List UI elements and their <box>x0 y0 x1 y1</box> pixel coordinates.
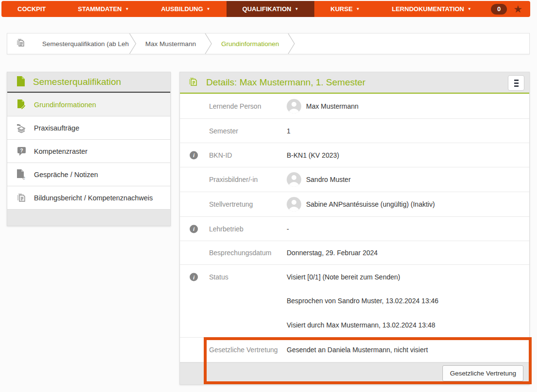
chevron-down-icon: ▼ <box>468 7 472 11</box>
kebab-menu-icon <box>514 80 519 81</box>
nav-item-label: QUALIFIKATION <box>243 5 292 13</box>
detail-row-praxisbildner: Praxisbildner/-in Sandro Muster <box>180 167 529 192</box>
detail-row-semester: Semester 1 <box>180 119 529 143</box>
top-navigation-bar: COCKPIT STAMMDATEN ▼ AUSBILDUNG ▼ QUALIF… <box>1 1 530 17</box>
sidebar-item-bildungsbericht[interactable]: Bildungsbericht / Kompetenznachweis <box>7 186 170 209</box>
status-line: Besprochen von Sandro Muster, 13.02.2024… <box>287 289 439 313</box>
status-line: Visiert durch Max Mustermann, 13.02.2024… <box>287 313 439 337</box>
star-icon[interactable]: ★ <box>513 4 522 14</box>
sidebar-item-label: Praxisaufträge <box>34 124 80 132</box>
detail-row-bkn-id: i BKN-ID B-KN1 (KV 2023) <box>180 143 529 167</box>
detail-row-stellvertretung: Stellvertretung Sabine ANPsantésuisse (u… <box>180 192 529 217</box>
nav-item-label: COCKPIT <box>17 5 46 13</box>
row-value: Donnerstag, 29. Februar 2024 <box>287 249 378 257</box>
row-label: Stellvertretung <box>180 200 287 208</box>
row-label: Lernende Person <box>180 102 287 110</box>
breadcrumb: Semesterqualifikation (ab Leh Max Muster… <box>7 33 530 54</box>
nav-item-label: STAMMDATEN <box>78 5 122 13</box>
sidebar-item-praxisauftraege[interactable]: Praxisaufträge <box>7 116 170 139</box>
nav-item-cockpit[interactable]: COCKPIT <box>1 1 62 17</box>
nav-item-label: KURSE <box>330 5 353 13</box>
sidebar-semesterqualifikation: Semesterqualifikation Grundinformationen… <box>7 72 171 226</box>
gesetzliche-vertretung-button[interactable]: Gesetzliche Vertretung <box>442 365 523 381</box>
pages-icon <box>16 193 27 203</box>
status-line: Visiert [0/1] (Note bereit zum Senden) <box>287 265 439 289</box>
row-value: 1 <box>287 127 291 135</box>
details-footer: Gesetzliche Vertretung <box>180 362 529 384</box>
info-icon[interactable]: i <box>190 151 198 159</box>
chevron-down-icon: ▼ <box>125 7 129 11</box>
more-options-button[interactable] <box>508 75 524 91</box>
nav-item-lerndokumentation[interactable]: LERNDOKUMENTATION ▼ <box>376 1 488 17</box>
pages-icon <box>16 38 26 49</box>
svg-text:e: e <box>22 175 25 180</box>
detail-row-besprechungsdatum: Besprechungsdatum Donnerstag, 29. Februa… <box>180 241 529 265</box>
details-panel: Details: Max Mustermann, 1. Semester Ler… <box>179 72 530 385</box>
nav-right-cluster: 0 ★ <box>491 1 530 17</box>
row-label: Semester <box>180 127 287 135</box>
sidebar-item-label: Gespräche / Notizen <box>34 171 98 179</box>
sidebar-footer <box>7 209 170 226</box>
detail-row-status: i Status Visiert [0/1] (Note bereit zum … <box>180 265 529 338</box>
row-value: Sabine ANPsantésuisse (ungültig) (Inakti… <box>306 200 435 208</box>
nav-item-label: AUSBILDUNG <box>161 5 203 13</box>
notification-badge[interactable]: 0 <box>491 4 507 15</box>
row-value: Max Mustermann <box>306 102 358 110</box>
svg-text:?: ? <box>20 147 23 153</box>
row-value: Gesendet an Daniela Mustermann, nicht vi… <box>287 346 428 354</box>
details-header: Details: Max Mustermann, 1. Semester <box>180 72 529 94</box>
breadcrumb-item-grundinformationen[interactable]: Grundinformationen <box>212 40 288 48</box>
detail-row-lehrbetrieb: i Lehrbetrieb - <box>180 217 529 241</box>
nav-item-ausbildung[interactable]: AUSBILDUNG ▼ <box>145 1 227 17</box>
pages-icon <box>188 77 198 89</box>
sidebar-item-grundinformationen[interactable]: Grundinformationen <box>7 93 170 116</box>
question-bubble-icon: ? <box>16 147 27 156</box>
sidebar-item-kompetenzraster[interactable]: ? Kompetenzraster <box>7 139 170 163</box>
nav-item-label: LERNDOKUMENTATION <box>392 5 464 13</box>
breadcrumb-separator-icon <box>205 33 212 54</box>
file-edit-icon <box>16 99 27 110</box>
nav-item-stammdaten[interactable]: STAMMDATEN ▼ <box>62 1 145 17</box>
sidebar-item-gespraeche-notizen[interactable]: e Gespräche / Notizen <box>7 163 170 186</box>
sidebar-header: Semesterqualifikation <box>7 72 170 93</box>
hand-layers-icon <box>16 123 27 133</box>
chevron-down-icon: ▼ <box>356 7 360 11</box>
chevron-down-icon: ▼ <box>294 7 298 11</box>
row-label: Praxisbildner/-in <box>180 176 287 183</box>
breadcrumb-item-max-mustermann[interactable]: Max Mustermann <box>137 40 205 48</box>
sidebar-item-label: Grundinformationen <box>34 101 96 109</box>
avatar <box>287 99 301 114</box>
chevron-down-icon: ▼ <box>207 7 211 11</box>
info-icon[interactable]: i <box>190 273 198 281</box>
sidebar-title: Semesterqualifikation <box>33 77 121 87</box>
file-note-icon: e <box>16 169 27 180</box>
breadcrumb-separator-icon <box>129 33 137 54</box>
row-label: Besprechungsdatum <box>180 249 287 257</box>
breadcrumb-item-semesterqualifikation[interactable]: Semesterqualifikation (ab Leh <box>33 40 129 48</box>
file-icon <box>16 76 25 88</box>
row-label: Gesetzliche Vertretung <box>180 346 287 354</box>
avatar <box>287 197 301 212</box>
avatar <box>287 172 301 187</box>
detail-row-lernende-person: Lernende Person Max Mustermann <box>180 94 529 119</box>
sidebar-item-label: Bildungsbericht / Kompetenznachweis <box>34 194 153 202</box>
row-value: Sandro Muster <box>306 176 351 183</box>
row-value: - <box>287 225 289 233</box>
sidebar-item-label: Kompetenzraster <box>34 147 87 155</box>
breadcrumb-separator-icon <box>288 33 295 54</box>
nav-item-kurse[interactable]: KURSE ▼ <box>314 1 375 17</box>
row-value: B-KN1 (KV 2023) <box>287 151 339 159</box>
detail-row-gesetzliche-vertretung: Gesetzliche Vertretung Gesendet an Danie… <box>180 338 529 362</box>
nav-item-qualifikation[interactable]: QUALIFIKATION ▼ <box>227 1 315 17</box>
details-title: Details: Max Mustermann, 1. Semester <box>206 77 365 88</box>
info-icon[interactable]: i <box>190 225 198 233</box>
